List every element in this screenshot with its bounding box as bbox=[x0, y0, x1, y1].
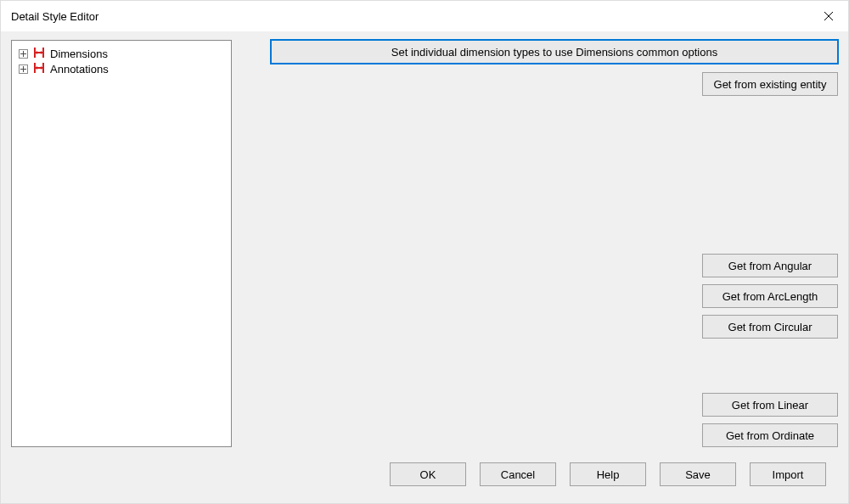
titlebar: Detail Style Editor bbox=[1, 1, 848, 31]
dimension-icon bbox=[32, 47, 46, 60]
get-from-arclength-button[interactable]: Get from ArcLength bbox=[702, 284, 838, 308]
window-root: Detail Style Editor D bbox=[0, 0, 849, 504]
close-icon bbox=[824, 11, 834, 21]
get-from-ordinate-button[interactable]: Get from Ordinate bbox=[702, 423, 838, 447]
tree-item-annotations[interactable]: Annotations bbox=[15, 61, 228, 76]
tree-item-dimensions[interactable]: Dimensions bbox=[15, 46, 228, 61]
footer: OK Cancel Help Save Import bbox=[11, 447, 838, 493]
content: Dimensions Annotations Set individual di… bbox=[11, 40, 838, 447]
close-button[interactable] bbox=[809, 1, 848, 31]
ok-button[interactable]: OK bbox=[390, 462, 466, 486]
spacer bbox=[271, 345, 838, 393]
window-title: Detail Style Editor bbox=[11, 10, 98, 23]
right-panel: Set individual dimension types to use Di… bbox=[271, 40, 838, 447]
get-from-linear-button[interactable]: Get from Linear bbox=[702, 393, 838, 417]
get-from-angular-button[interactable]: Get from Angular bbox=[702, 254, 838, 277]
cancel-button[interactable]: Cancel bbox=[480, 462, 556, 486]
save-button[interactable]: Save bbox=[660, 462, 736, 486]
set-common-options-button[interactable]: Set individual dimension types to use Di… bbox=[271, 40, 838, 64]
get-from-existing-button[interactable]: Get from existing entity bbox=[702, 72, 838, 96]
import-button[interactable]: Import bbox=[750, 462, 826, 486]
tree-expander-icon[interactable] bbox=[19, 49, 28, 59]
help-button[interactable]: Help bbox=[570, 462, 646, 486]
annotation-icon bbox=[32, 62, 46, 76]
tree-item-label: Annotations bbox=[50, 63, 109, 76]
body: Dimensions Annotations Set individual di… bbox=[1, 31, 848, 503]
tree-panel[interactable]: Dimensions Annotations bbox=[11, 40, 232, 447]
tree-expander-icon[interactable] bbox=[19, 64, 28, 74]
get-from-circular-button[interactable]: Get from Circular bbox=[702, 315, 838, 339]
tree-item-label: Dimensions bbox=[50, 48, 108, 60]
spacer bbox=[271, 103, 838, 254]
